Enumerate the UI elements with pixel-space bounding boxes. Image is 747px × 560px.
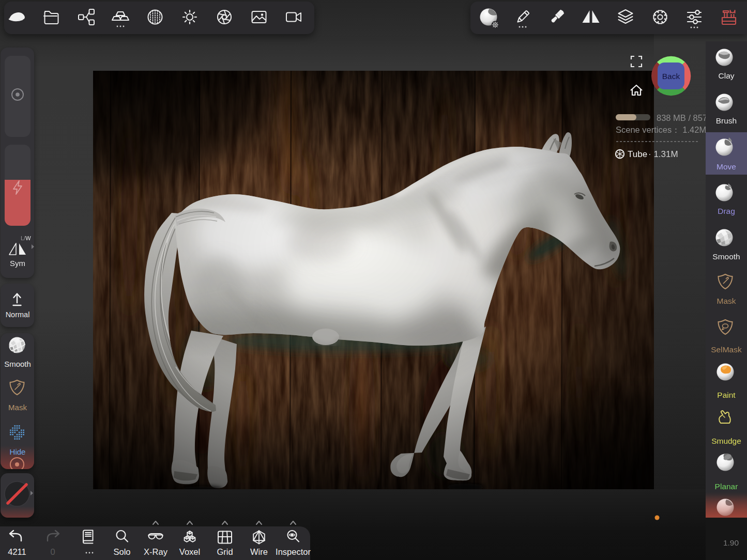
svg-text:Back: Back	[662, 72, 680, 81]
